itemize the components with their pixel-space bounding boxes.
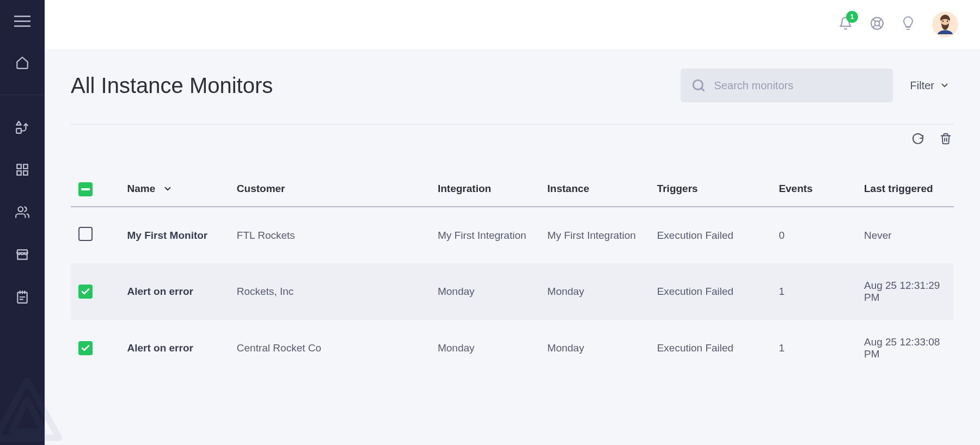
row-checkbox[interactable] [78,227,93,241]
cell-triggers: Execution Failed [650,207,771,263]
svg-line-14 [879,19,881,22]
svg-line-13 [879,25,881,28]
table-toolbar [71,124,954,155]
svg-rect-5 [23,171,28,175]
svg-line-21 [701,88,704,91]
svg-marker-1 [16,121,21,125]
svg-rect-22 [81,188,90,190]
main-area: 1 All Instance Monitors [45,0,980,445]
chevron-down-icon[interactable] [163,184,173,194]
store-icon [15,248,29,262]
users-icon [15,205,29,219]
cell-instance: Monday [540,263,649,320]
sidebar-item-marketplace[interactable] [0,244,45,265]
delete-button[interactable] [940,132,952,147]
svg-line-12 [873,19,875,22]
refresh-button[interactable] [911,132,924,147]
cell-customer: Central Rocket Co [229,320,430,376]
sidebar-item-home[interactable] [0,52,45,73]
lightbulb-icon [902,16,915,31]
cell-instance: My First Integration [540,207,649,263]
filter-button[interactable]: Filter [906,79,954,92]
cell-instance: Monday [540,320,649,376]
filter-label: Filter [910,79,934,92]
home-icon [15,55,29,70]
sidebar-item-customers[interactable] [0,202,45,222]
chevron-down-icon [940,81,950,90]
column-header-last-triggered[interactable]: Last triggered [856,171,954,207]
select-all-checkbox[interactable] [78,182,93,196]
cell-name: My First Monitor [119,207,229,263]
grid-icon [15,163,29,177]
suggestions-button[interactable] [902,16,915,33]
notification-badge: 1 [846,11,858,23]
table-row[interactable]: My First MonitorFTL RocketsMy First Inte… [71,207,954,263]
sidebar-item-logs[interactable] [0,287,45,307]
cell-triggers: Execution Failed [650,320,771,376]
svg-point-18 [942,21,944,22]
monitors-table: Name Customer Integration Instance Trigg… [71,171,954,376]
row-checkbox[interactable] [78,285,93,299]
content: All Instance Monitors Filter [45,49,980,445]
cell-name: Alert on error [119,320,229,376]
svg-line-15 [873,25,875,28]
flow-icon [15,120,29,134]
svg-marker-9 [11,400,43,431]
column-header-events[interactable]: Events [771,171,856,207]
search-icon [691,78,706,92]
column-header-integration[interactable]: Integration [430,171,540,207]
cell-last-triggered: Aug 25 12:31:29 PM [856,263,954,320]
cell-last-triggered: Never [856,207,954,263]
sidebar-nav [0,52,45,307]
table-row[interactable]: Alert on errorCentral Rocket CoMondayMon… [71,320,954,376]
cell-integration: Monday [430,320,540,376]
hamburger-icon [14,15,30,27]
cell-integration: My First Integration [430,207,540,263]
search-box[interactable] [681,69,893,102]
cell-integration: Monday [430,263,540,320]
table-row[interactable]: Alert on errorRockets, IncMondayMondayEx… [71,263,954,320]
row-checkbox[interactable] [78,341,93,355]
sidebar-item-components[interactable] [0,159,45,180]
svg-rect-0 [16,128,21,133]
sidebar-item-integrations[interactable] [0,117,45,138]
cell-name: Alert on error [119,263,229,320]
svg-rect-3 [23,164,28,169]
clipboard-icon [15,290,29,304]
cell-events: 0 [771,207,856,263]
column-header-instance[interactable]: Instance [540,171,649,207]
check-icon [81,343,90,353]
user-avatar[interactable] [932,11,958,38]
cell-events: 1 [771,263,856,320]
svg-point-6 [18,207,23,212]
trash-icon [940,132,952,145]
menu-toggle-button[interactable] [14,15,30,29]
sidebar [0,0,45,445]
cell-customer: Rockets, Inc [229,263,430,320]
topbar: 1 [45,0,980,49]
cell-triggers: Execution Failed [650,263,771,320]
column-header-triggers[interactable]: Triggers [650,171,771,207]
svg-point-19 [947,21,948,22]
cell-events: 1 [771,320,856,376]
lifebuoy-icon [870,16,884,30]
check-icon [81,287,90,296]
svg-rect-2 [17,164,21,169]
svg-rect-4 [17,171,21,175]
notifications-button[interactable]: 1 [838,16,853,33]
refresh-icon [911,132,924,145]
indeterminate-icon [81,188,90,190]
search-input[interactable] [714,79,882,92]
cell-customer: FTL Rockets [229,207,430,263]
page-title: All Instance Monitors [71,73,667,98]
help-button[interactable] [870,16,884,33]
sidebar-divider [0,95,45,95]
page-header-row: All Instance Monitors Filter [71,69,954,102]
column-header-customer[interactable]: Customer [229,171,430,207]
column-header-name[interactable]: Name [127,183,155,195]
cell-last-triggered: Aug 25 12:33:08 PM [856,320,954,376]
